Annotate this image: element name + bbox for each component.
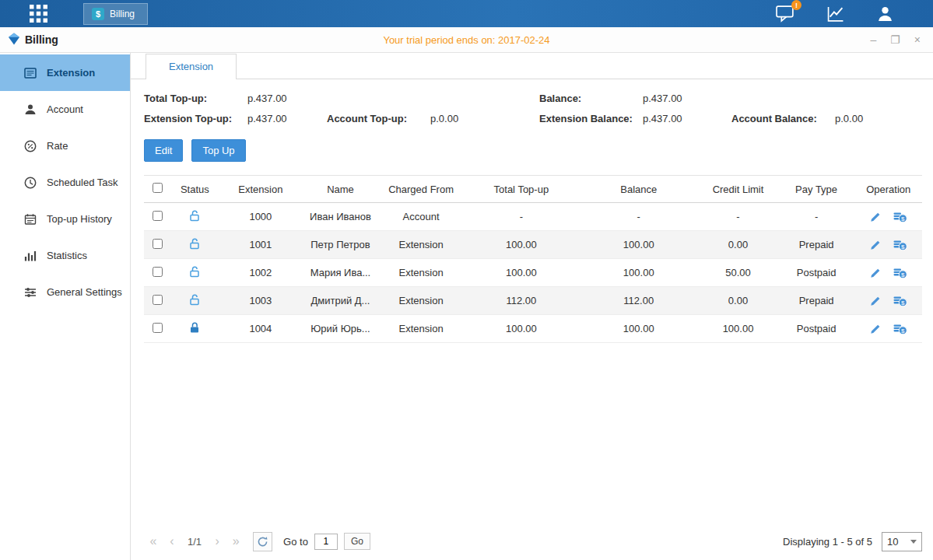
summary-value: p.0.00 [835, 113, 863, 124]
sidebar-item-label: Top-up History [47, 213, 112, 225]
billing-app-window: $ Billing ! [0, 0, 933, 560]
minimize-icon[interactable]: – [870, 34, 876, 45]
edit-icon[interactable] [870, 323, 882, 334]
row-checkbox[interactable] [153, 239, 163, 249]
goto-page-input[interactable] [314, 534, 338, 550]
sidebar-item-scheduled-task[interactable]: Scheduled Task [0, 164, 130, 201]
cell-pay-type: - [778, 203, 855, 231]
sidebar-item-general-settings[interactable]: General Settings [0, 274, 130, 310]
cell-total-topup: 112.00 [463, 287, 579, 315]
pagination-right: Displaying 1 - 5 of 5 10 [783, 532, 922, 551]
title-bar: Billing Your trial period ends on: 2017-… [0, 27, 933, 53]
col-status: Status [170, 176, 219, 203]
summary-value: p.437.00 [247, 113, 287, 124]
cell-extension: 1000 [219, 203, 303, 231]
sidebar-item-statistics[interactable]: Statistics [0, 237, 130, 274]
billing-logo-icon [8, 33, 20, 47]
topbar-tab-label: Billing [110, 9, 135, 19]
summary-value: p.437.00 [643, 93, 682, 104]
cell-extension: 1002 [219, 259, 303, 287]
goto-label: Go to [283, 536, 308, 548]
tab-bar: Extension [144, 53, 922, 79]
edit-button[interactable]: Edit [144, 139, 183, 162]
sidebar-item-account[interactable]: Account [0, 91, 130, 128]
summary-total-topup: Total Top-up:p.437.00 [144, 93, 327, 104]
chart-icon[interactable] [826, 5, 845, 23]
topup-icon[interactable]: $ [893, 322, 907, 335]
title-bar-left: Billing [0, 33, 58, 47]
row-checkbox[interactable] [153, 323, 163, 333]
page-size-select[interactable]: 10 [882, 532, 922, 551]
summary-label: Total Top-up: [144, 93, 241, 104]
table-row: 1000 Иван Иванов Account - - - - $ [144, 203, 922, 231]
row-checkbox[interactable] [153, 295, 163, 305]
row-checkbox[interactable] [153, 211, 163, 221]
row-checkbox[interactable] [153, 267, 163, 277]
edit-icon[interactable] [870, 239, 882, 250]
topbar-tab-billing[interactable]: $ Billing [83, 3, 148, 25]
page-title: Billing [25, 33, 58, 46]
select-all-checkbox[interactable] [153, 183, 163, 193]
lock-open-icon [188, 265, 201, 278]
edit-icon[interactable] [870, 295, 882, 306]
cell-charged-from: Extension [379, 287, 464, 315]
summary-extension-balance: Extension Balance:p.437.00 [539, 113, 731, 124]
cell-pay-type: Postpaid [778, 315, 855, 343]
cell-pay-type: Prepaid [778, 231, 855, 259]
cell-balance: 100.00 [579, 315, 698, 343]
col-total-topup: Total Top-up [463, 176, 579, 203]
sidebar-item-label: Statistics [47, 250, 87, 261]
first-page-icon[interactable]: « [144, 534, 163, 548]
top-up-button[interactable]: Top Up [191, 139, 245, 162]
go-button[interactable]: Go [344, 533, 370, 550]
user-icon[interactable] [876, 5, 894, 23]
topup-icon[interactable]: $ [893, 238, 907, 251]
svg-text:$: $ [901, 327, 905, 334]
cell-total-topup: 100.00 [463, 259, 579, 287]
topup-icon[interactable]: $ [893, 266, 907, 279]
cell-name: Юрий Юрь... [302, 315, 379, 343]
sidebar-item-topup-history[interactable]: Top-up History [0, 201, 130, 237]
cell-extension: 1003 [219, 287, 303, 315]
next-page-icon[interactable]: › [208, 534, 226, 548]
cell-credit-limit: 50.00 [698, 259, 778, 287]
chevron-down-icon [910, 540, 917, 544]
cell-total-topup: 100.00 [463, 231, 579, 259]
displaying-text: Displaying 1 - 5 of 5 [783, 536, 872, 548]
topup-icon[interactable]: $ [893, 294, 907, 307]
cell-pay-type: Postpaid [778, 259, 855, 287]
sidebar-item-label: Scheduled Task [47, 177, 118, 188]
summary-extension-topup: Extension Top-up:p.437.00 [144, 113, 327, 124]
lock-open-icon [188, 293, 201, 306]
chat-icon[interactable]: ! [776, 5, 795, 23]
cell-name: Иван Иванов [302, 203, 379, 231]
lock-open-icon [188, 209, 201, 222]
cell-charged-from: Extension [379, 259, 464, 287]
tab-extension[interactable]: Extension [146, 54, 237, 79]
cell-total-topup: - [463, 203, 579, 231]
last-page-icon[interactable]: » [226, 534, 245, 548]
table-row: 1004 Юрий Юрь... Extension 100.00 100.00… [144, 315, 922, 343]
topup-icon[interactable]: $ [893, 210, 907, 223]
close-icon[interactable]: × [914, 34, 921, 45]
col-charged-from: Charged From [379, 176, 464, 203]
prev-page-icon[interactable]: ‹ [163, 534, 181, 548]
window-controls: – ❐ × [870, 34, 933, 45]
cell-balance: 100.00 [579, 231, 698, 259]
apps-grid-icon[interactable] [30, 5, 47, 23]
summary-account-balance: Account Balance:p.0.00 [731, 113, 922, 124]
col-credit-limit: Credit Limit [698, 176, 778, 203]
table-row: 1003 Дмитрий Д... Extension 112.00 112.0… [144, 287, 922, 315]
cell-charged-from: Account [379, 203, 464, 231]
maximize-icon[interactable]: ❐ [890, 34, 900, 45]
edit-icon[interactable] [870, 267, 882, 278]
summary-label: Extension Balance: [539, 113, 637, 124]
edit-icon[interactable] [870, 211, 882, 222]
refresh-icon[interactable] [253, 532, 272, 551]
summary-value: p.437.00 [643, 113, 682, 124]
sidebar-item-rate[interactable]: Rate [0, 128, 130, 164]
col-balance: Balance [579, 176, 698, 203]
notification-badge: ! [791, 0, 801, 10]
summary-label: Account Balance: [731, 113, 829, 124]
sidebar-item-extension[interactable]: Extension [0, 54, 130, 91]
